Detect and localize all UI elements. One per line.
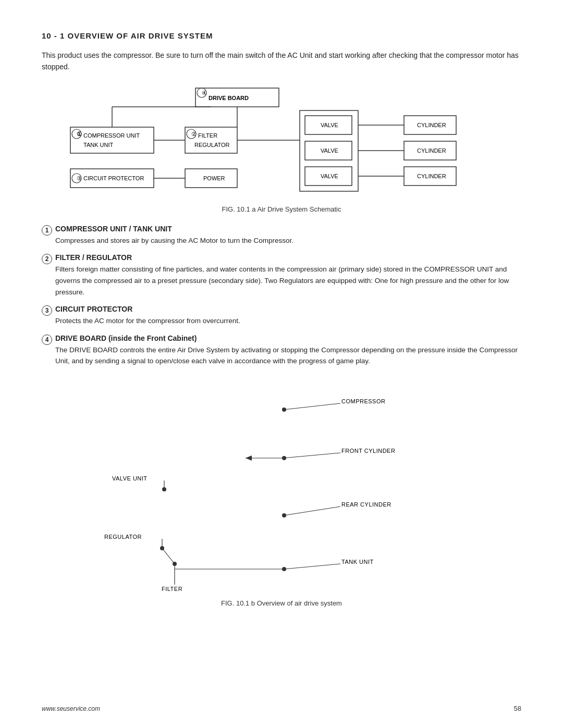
item-2: 2 FILTER / REGULATOR Filters foreign mat…	[42, 253, 521, 298]
item-4-circle: 4	[42, 335, 52, 345]
footer-url: www.seuservice.com	[42, 705, 100, 712]
schematic-svg: ④ DRIVE BOARD ① COMPRESSOR UNIT TANK UNI…	[60, 85, 503, 200]
item-4: 4 DRIVE BOARD (inside the Front Cabinet)…	[42, 334, 521, 367]
item-1-content: COMPRESSOR UNIT / TANK UNIT Compresses a…	[55, 225, 521, 246]
svg-line-46	[284, 403, 340, 410]
svg-text:VALVE UNIT: VALVE UNIT	[112, 475, 148, 482]
item-2-desc: Filters foreign matter consisting of fin…	[55, 264, 521, 298]
svg-line-66	[284, 564, 340, 569]
diagram2-svg: COMPRESSOR FRONT CYLINDER VALVE UNI	[60, 377, 503, 596]
item-3-circle: 3	[42, 305, 52, 316]
item-4-title: DRIVE BOARD (inside the Front Cabinet)	[55, 334, 521, 342]
item-3-content: CIRCUIT PROTECTOR Protects the AC motor …	[55, 305, 521, 327]
svg-text:COMPRESSOR UNIT: COMPRESSOR UNIT	[83, 132, 140, 139]
item-1-desc: Compresses and stores air by causing the…	[55, 235, 521, 246]
svg-text:REGULATOR: REGULATOR	[194, 142, 229, 148]
section-title: 10 - 1 OVERVIEW OF AIR DRIVE SYSTEM	[42, 31, 521, 40]
svg-text:VALVE: VALVE	[321, 147, 338, 154]
svg-line-61	[162, 548, 175, 564]
schematic-diagram: ④ DRIVE BOARD ① COMPRESSOR UNIT TANK UNI…	[60, 85, 503, 200]
item-3-title: CIRCUIT PROTECTOR	[55, 305, 521, 313]
item-3-desc: Protects the AC motor for the compressor…	[55, 315, 521, 327]
svg-text:COMPRESSOR: COMPRESSOR	[341, 398, 385, 404]
svg-text:VALVE: VALVE	[321, 173, 338, 179]
svg-text:FRONT CYLINDER: FRONT CYLINDER	[341, 448, 395, 454]
footer-page: 58	[514, 705, 521, 712]
item-2-content: FILTER / REGULATOR Filters foreign matte…	[55, 253, 521, 298]
svg-text:FILTER: FILTER	[162, 586, 182, 592]
item-4-desc: The DRIVE BOARD controls the entire Air …	[55, 344, 521, 367]
svg-rect-4	[70, 127, 154, 153]
svg-text:CYLINDER: CYLINDER	[417, 147, 446, 154]
schematic-caption: FIG. 10.1 a Air Drive System Schematic	[42, 205, 521, 213]
svg-text:CYLINDER: CYLINDER	[417, 122, 446, 128]
item-2-circle: 2	[42, 254, 52, 264]
item-3: 3 CIRCUIT PROTECTOR Protects the AC moto…	[42, 305, 521, 327]
svg-line-49	[283, 453, 340, 458]
svg-text:TANK UNIT: TANK UNIT	[83, 142, 114, 148]
svg-point-63	[173, 562, 177, 566]
items-section: 1 COMPRESSOR UNIT / TANK UNIT Compresses…	[42, 225, 521, 367]
intro-text: This product uses the compressor. Be sur…	[42, 50, 521, 73]
svg-text:CIRCUIT PROTECTOR: CIRCUIT PROTECTOR	[83, 175, 144, 181]
svg-text:DRIVE BOARD: DRIVE BOARD	[209, 95, 249, 101]
svg-text:TANK UNIT: TANK UNIT	[341, 559, 374, 565]
diagram2-caption: FIG. 10.1 b Overview of air drive system	[60, 599, 503, 607]
svg-text:FILTER: FILTER	[198, 132, 217, 139]
diagram2: COMPRESSOR FRONT CYLINDER VALVE UNI	[60, 377, 503, 596]
item-2-title: FILTER / REGULATOR	[55, 253, 521, 262]
item-1: 1 COMPRESSOR UNIT / TANK UNIT Compresses…	[42, 225, 521, 246]
schematic-container: ④ DRIVE BOARD ① COMPRESSOR UNIT TANK UNI…	[42, 85, 521, 200]
item-1-title: COMPRESSOR UNIT / TANK UNIT	[55, 225, 521, 233]
svg-text:REGULATOR: REGULATOR	[104, 534, 142, 540]
svg-line-57	[284, 507, 340, 515]
footer: www.seuservice.com 58	[42, 705, 521, 712]
item-4-content: DRIVE BOARD (inside the Front Cabinet) T…	[55, 334, 521, 367]
svg-text:POWER: POWER	[203, 175, 225, 181]
svg-text:VALVE: VALVE	[321, 122, 338, 128]
item-1-circle: 1	[42, 225, 52, 236]
diagram2-container: COMPRESSOR FRONT CYLINDER VALVE UNI	[42, 377, 521, 607]
svg-text:REAR CYLINDER: REAR CYLINDER	[341, 501, 391, 508]
svg-text:CYLINDER: CYLINDER	[417, 173, 446, 179]
